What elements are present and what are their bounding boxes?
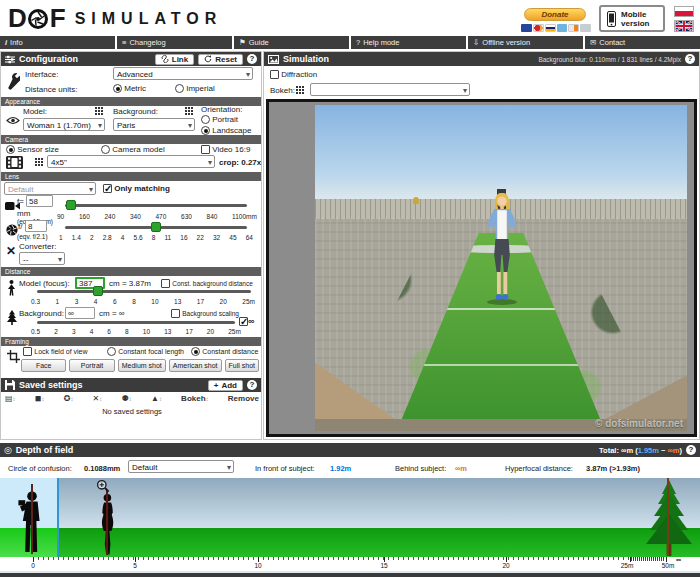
coc-label: Circle of confusion: <box>8 464 72 473</box>
nav-offline-version[interactable]: ⇩Offline version <box>468 36 583 49</box>
sensor-column-icon[interactable]: ▤↕ <box>5 394 16 403</box>
link-icon <box>161 55 169 63</box>
sensor-select[interactable]: 4x5"▾ <box>47 155 215 168</box>
sensor-size-radio[interactable]: Sensor size <box>6 145 59 154</box>
mail-icon: ✉ <box>590 38 596 47</box>
converter-column-icon[interactable]: ✕↕ <box>93 394 103 403</box>
saved-settings-help-icon[interactable]: ? <box>247 380 257 390</box>
background-select[interactable]: Paris▾ <box>113 118 195 131</box>
mobile-version-button[interactable]: Mobileversion <box>599 5 665 32</box>
floppy-icon <box>5 380 15 390</box>
model-distance-slider[interactable] <box>37 290 251 293</box>
simulation-photo[interactable]: © dofsimulator.net <box>315 105 687 431</box>
hyper-label: Hyperfocal distance: <box>505 464 573 473</box>
donate-button[interactable]: Donate <box>524 8 586 21</box>
focal-slider[interactable] <box>65 204 247 207</box>
remove-column: Remove <box>228 394 259 403</box>
const-distance-radio[interactable]: Constant distance <box>191 347 258 356</box>
behind-label: Behind subject: <box>395 464 446 473</box>
medium-shot-button[interactable]: Medium shot <box>118 359 166 372</box>
reset-button[interactable]: Reset <box>198 54 243 65</box>
ruler-label: 0 <box>31 562 35 569</box>
add-setting-button[interactable]: +Add <box>208 380 243 391</box>
interface-select[interactable]: Advanced▾ <box>113 67 253 80</box>
background-slider[interactable] <box>37 321 235 324</box>
configuration-help-icon[interactable]: ? <box>247 54 257 64</box>
lock-fov-checkbox[interactable]: Lock field of view <box>23 347 88 356</box>
focal-slider-thumb[interactable] <box>66 200 76 210</box>
camera-model-radio[interactable]: Camera model <box>101 145 165 154</box>
hyper-value: 3.87m (>1.93m) <box>586 464 640 473</box>
model-label: Model: <box>23 107 47 116</box>
simulation-panel: Simulation Background blur: 0.110mm / 1 … <box>263 51 700 440</box>
focal-input[interactable]: 58 <box>26 195 53 207</box>
person-column-icon[interactable]: ⚉↕ <box>122 394 132 403</box>
background-ticks: 0.5234681013172025m <box>31 328 241 335</box>
nav-changelog[interactable]: ≡Changelog <box>117 36 232 49</box>
near-limit-line[interactable] <box>57 478 59 557</box>
metric-radio[interactable]: Metric <box>113 84 146 93</box>
configuration-panel: Configuration Link Reset ? Interface: Ad… <box>0 51 262 440</box>
framing-shot-buttons: Face Portrait Medium shot American shot … <box>21 359 259 372</box>
diffraction-checkbox[interactable]: Diffraction <box>270 70 317 79</box>
model-select[interactable]: Woman 1 (1.70m)▾ <box>23 118 105 131</box>
logo[interactable]: D F SIMULATOR <box>8 3 222 34</box>
coc-select[interactable]: Default▾ <box>128 460 234 473</box>
front-label: In front of subject: <box>255 464 315 473</box>
bokeh-column[interactable]: Bokeh↕ <box>181 394 208 403</box>
aperture-logo-icon <box>27 8 49 30</box>
model-focus-suffix: cm = 3.87m <box>109 279 151 288</box>
american-shot-button[interactable]: American shot <box>169 359 222 372</box>
link-button[interactable]: Link <box>155 54 194 65</box>
nav-contact[interactable]: ✉Contact <box>585 36 700 49</box>
tree-column-icon[interactable]: ▲↕ <box>151 394 162 403</box>
simulation-help-icon[interactable]: ? <box>685 54 695 64</box>
flag-uk[interactable] <box>674 20 694 32</box>
chevron-down-icon: ▾ <box>188 120 192 131</box>
dof-scene[interactable] <box>0 478 700 557</box>
minor-ticks <box>33 557 631 560</box>
flag-poland[interactable] <box>674 6 694 17</box>
distance-ruler[interactable]: 0 5 10 15 20 25m 50m ∞ <box>0 557 700 571</box>
portrait-shot-button[interactable]: Portrait <box>69 359 114 372</box>
portrait-radio[interactable]: Portrait <box>201 115 238 124</box>
full-shot-button[interactable]: Full shot <box>225 359 259 372</box>
aperture-column-icon[interactable]: ✪↕ <box>64 394 74 403</box>
background-infinity-checkbox[interactable]: ∞ <box>239 316 254 326</box>
aperture-prefix: f/ <box>18 222 22 231</box>
model-gallery-icon[interactable] <box>95 107 103 115</box>
face-shot-button[interactable]: Face <box>21 359 66 372</box>
sensor-gallery-icon[interactable] <box>35 158 43 166</box>
imperial-radio[interactable]: Imperial <box>175 84 215 93</box>
payment-card-icons <box>521 24 591 32</box>
background-scaling-checkbox[interactable]: Background scaling <box>171 309 239 318</box>
lens-select[interactable]: Default▾ <box>4 182 96 195</box>
video-169-checkbox[interactable]: Video 16:9 <box>201 145 250 154</box>
background-blur-info: Background blur: 0.110mm / 1 831 lines /… <box>538 56 681 63</box>
model-figure[interactable] <box>483 193 521 305</box>
background-gallery-icon[interactable] <box>185 107 193 115</box>
chevron-down-icon: ▾ <box>98 120 102 131</box>
nav-info[interactable]: iInfo <box>0 36 115 49</box>
bokeh-gallery-icon[interactable] <box>296 86 304 94</box>
aperture-slider[interactable] <box>65 226 247 229</box>
no-saved-settings: No saved settings <box>1 407 263 416</box>
dof-help-icon[interactable]: ? <box>686 445 696 455</box>
chevron-down-icon: ▾ <box>227 462 231 473</box>
nav-guide[interactable]: ⚑Guide <box>234 36 349 49</box>
background-distance-input[interactable]: ∞ <box>65 307 95 319</box>
aperture-slider-thumb[interactable] <box>151 222 161 232</box>
film-icon <box>6 156 23 169</box>
const-background-checkbox[interactable]: Const. background distance <box>161 279 253 288</box>
magnifier-icon[interactable] <box>96 479 110 493</box>
dof-total: Total: ∞m (1.95m ~ ∞m) <box>599 446 682 455</box>
const-focal-radio[interactable]: Constant focal length <box>107 347 184 356</box>
converter-select[interactable]: --▾ <box>19 252 65 265</box>
bokeh-select[interactable]: ▾ <box>310 83 470 96</box>
landscape-radio[interactable]: Landscape <box>201 126 251 135</box>
aperture-input[interactable]: 8 <box>25 220 47 232</box>
nav-help-mode[interactable]: ?Help mode <box>351 36 466 49</box>
model-distance-thumb[interactable] <box>93 286 103 296</box>
focal-column-icon[interactable]: ◼↕ <box>35 394 45 403</box>
only-matching-checkbox[interactable]: Only matching <box>103 184 170 193</box>
